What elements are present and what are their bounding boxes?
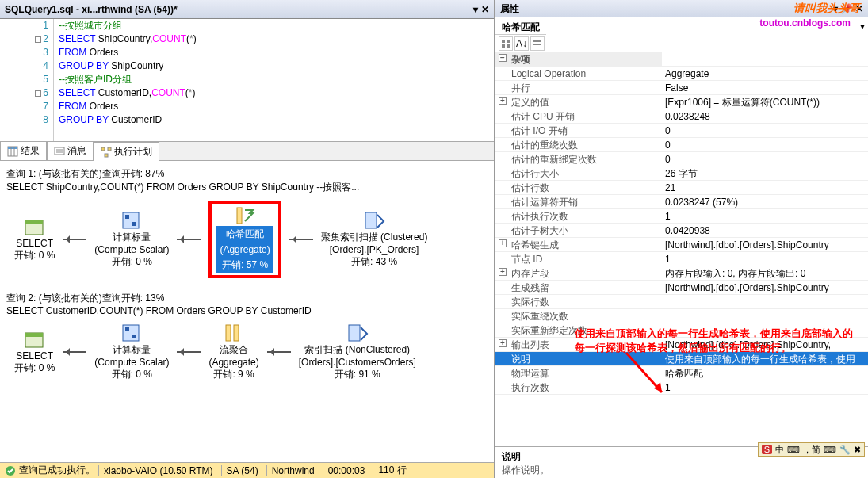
svg-rect-28 bbox=[502, 44, 505, 48]
watermark: 请叫我头头哥 bbox=[793, 2, 860, 16]
properties-panel: 属性 ▾ 📌 ✕ 请叫我头头哥 哈希匹配 toutou.cnblogs.com … bbox=[495, 0, 868, 478]
svg-rect-11 bbox=[25, 220, 43, 224]
prop-row[interactable]: 实际行数 bbox=[495, 295, 868, 309]
prop-row[interactable]: 生成残留[Northwind].[dbo].[Orders].ShipCount… bbox=[495, 281, 868, 295]
properties-toolbar: A↓ bbox=[495, 35, 868, 52]
sql-editor[interactable]: 12345678 --按照城市分组SELECT ShipCountry,COUN… bbox=[0, 19, 494, 142]
op-scalar-1[interactable]: 计算标量 (Compute Scalar) 开销: 0 % bbox=[94, 210, 169, 269]
editor-tab[interactable]: SQLQuery1.sql - xi...rthwind (SA (54))* … bbox=[0, 0, 494, 19]
selected-object: 哈希匹配 bbox=[495, 17, 546, 35]
svg-rect-9 bbox=[105, 154, 108, 157]
svg-rect-20 bbox=[125, 327, 129, 331]
svg-rect-16 bbox=[365, 212, 377, 228]
svg-rect-21 bbox=[132, 335, 136, 338]
categorize-button[interactable] bbox=[499, 36, 513, 51]
arrow-icon bbox=[63, 351, 86, 353]
query1-sql: SELECT ShipCountry,COUNT(*) FROM Orders … bbox=[6, 181, 488, 194]
arrow-icon bbox=[177, 351, 201, 353]
execution-plan[interactable]: 查询 1: (与该批有关的)查询开销: 87% SELECT ShipCount… bbox=[0, 161, 494, 462]
op-hash-match[interactable]: 哈希匹配 (Aggregate) 开销: 57 % bbox=[208, 201, 281, 278]
prop-row[interactable]: 估计 I/O 开销0 bbox=[495, 124, 868, 138]
expand-icon[interactable]: + bbox=[499, 239, 507, 247]
op-select-2[interactable]: SELECT 开销: 0 % bbox=[14, 330, 55, 375]
prop-category[interactable]: −杂项 bbox=[495, 52, 868, 67]
svg-rect-18 bbox=[25, 333, 43, 337]
svg-rect-4 bbox=[55, 147, 64, 155]
prop-row[interactable]: 估计执行次数1 bbox=[495, 209, 868, 224]
svg-rect-23 bbox=[234, 325, 239, 341]
op-index-scan[interactable]: 索引扫描 (NonClustered) [Orders].[CustomersO… bbox=[299, 323, 416, 381]
svg-rect-27 bbox=[507, 40, 510, 43]
dropdown-icon[interactable]: ▾ bbox=[857, 21, 868, 32]
query2-sql: SELECT CustomerID,COUNT(*) FROM Orders G… bbox=[6, 305, 488, 316]
prop-row[interactable]: 节点 ID1 bbox=[495, 252, 868, 266]
prop-row[interactable]: 估计 CPU 开销0.0238248 bbox=[495, 109, 868, 124]
prop-row[interactable]: 估计运算符开销0.0238247 (57%) bbox=[495, 195, 868, 209]
svg-rect-22 bbox=[226, 325, 231, 341]
prop-row[interactable]: +哈希键生成[Northwind].[dbo].[Orders].ShipCou… bbox=[495, 238, 868, 252]
prop-row[interactable]: 实际重新绑定次数 bbox=[495, 323, 868, 338]
prop-row[interactable]: 估计子树大小0.0420938 bbox=[495, 224, 868, 238]
status-rows: 110 行 bbox=[373, 464, 411, 477]
prop-row[interactable]: 执行次数1 bbox=[495, 380, 868, 395]
prop-row[interactable]: 估计行数21 bbox=[495, 181, 868, 195]
sort-button[interactable]: A↓ bbox=[514, 36, 529, 51]
watermark-url: toutou.cnblogs.com bbox=[546, 17, 857, 35]
tab-plan[interactable]: 执行计划 bbox=[94, 142, 159, 162]
prop-row[interactable]: +输出列表[Northwind].[dbo].[Orders].ShipCoun… bbox=[495, 338, 868, 352]
expand-icon[interactable]: + bbox=[499, 339, 507, 347]
ime-toolbar[interactable]: S 中⌨，简⌨🔧✖ bbox=[758, 442, 865, 457]
status-bar: 查询已成功执行。 xiaobo-VAIO (10.50 RTM) SA (54)… bbox=[0, 462, 494, 478]
tab-title-text: SQLQuery1.sql - xi...rthwind (SA (54))* bbox=[5, 4, 178, 15]
tab-results[interactable]: 结果 bbox=[0, 141, 47, 161]
svg-rect-1 bbox=[8, 147, 17, 149]
close-icon[interactable]: ✕ bbox=[481, 4, 489, 15]
query1-header: 查询 1: (与该批有关的)查询开销: 87% bbox=[6, 167, 488, 181]
annotation-arrow-icon bbox=[622, 349, 670, 404]
arrow-icon bbox=[267, 351, 291, 353]
prop-row[interactable]: 物理运算哈希匹配 bbox=[495, 366, 868, 380]
arrow-icon bbox=[289, 239, 313, 240]
plan2-row: SELECT 开销: 0 % 计算标量 (Compute Scalar) 开销:… bbox=[6, 323, 488, 381]
svg-rect-7 bbox=[101, 147, 105, 151]
prop-row[interactable]: 估计的重绕次数0 bbox=[495, 138, 868, 152]
status-server: xiaobo-VAIO (10.50 RTM) bbox=[98, 465, 218, 476]
op-cluster-scan[interactable]: 聚集索引扫描 (Clustered) [Orders].[PK_Orders] … bbox=[321, 210, 428, 269]
expand-icon[interactable]: + bbox=[499, 268, 507, 276]
op-scalar-2[interactable]: 计算标量 (Compute Scalar) 开销: 0 % bbox=[94, 323, 169, 381]
op-select-1[interactable]: SELECT 开销: 0 % bbox=[14, 217, 55, 262]
svg-rect-24 bbox=[349, 325, 360, 341]
query2-header: 查询 2: (与该批有关的)查询开销: 13% bbox=[6, 292, 488, 305]
prop-row[interactable]: 说明使用来自顶部输入的每一行生成哈希表，使用 bbox=[495, 352, 868, 366]
prop-row[interactable]: 并行False bbox=[495, 81, 868, 95]
dropdown-icon[interactable]: ▾ bbox=[473, 4, 478, 15]
prop-row[interactable]: Logical OperationAggregate bbox=[495, 67, 868, 81]
plan1-row: SELECT 开销: 0 % 计算标量 (Compute Scalar) 开销:… bbox=[6, 201, 488, 278]
op-stream-agg[interactable]: 流聚合 (Aggregate) 开销: 9 % bbox=[208, 323, 258, 381]
svg-rect-26 bbox=[502, 40, 505, 43]
prop-row[interactable]: +定义的值[Expr1006] = 标量运算符(COUNT(*)) bbox=[495, 95, 868, 109]
code-area[interactable]: --按照城市分组SELECT ShipCountry,COUNT(*)FROM … bbox=[54, 19, 197, 141]
svg-rect-29 bbox=[507, 44, 510, 48]
props-btn[interactable] bbox=[530, 36, 545, 51]
left-panel: SQLQuery1.sql - xi...rthwind (SA (54))* … bbox=[0, 0, 495, 478]
status-login: SA (54) bbox=[221, 465, 263, 476]
svg-rect-14 bbox=[132, 222, 136, 226]
prop-row[interactable]: 估计的重新绑定次数0 bbox=[495, 152, 868, 166]
prop-row[interactable]: +内存片段内存片段输入: 0, 内存片段输出: 0 bbox=[495, 266, 868, 281]
ime-logo-icon: S bbox=[762, 445, 772, 454]
prop-row[interactable]: 估计行大小26 字节 bbox=[495, 166, 868, 181]
svg-rect-8 bbox=[108, 147, 111, 151]
desc-text: 操作说明。 bbox=[502, 464, 862, 477]
svg-rect-31 bbox=[533, 44, 541, 45]
prop-row[interactable]: 实际重绕次数 bbox=[495, 309, 868, 323]
properties-header: 属性 ▾ 📌 ✕ 请叫我头头哥 bbox=[495, 0, 868, 17]
success-icon bbox=[5, 465, 16, 476]
result-tabs: 结果 消息 执行计划 bbox=[0, 142, 494, 161]
svg-rect-30 bbox=[533, 40, 541, 42]
tab-messages[interactable]: 消息 bbox=[47, 141, 94, 161]
property-grid[interactable]: −杂项 Logical OperationAggregate并行False+定义… bbox=[495, 52, 868, 446]
arrow-icon bbox=[177, 239, 201, 240]
expand-icon[interactable]: + bbox=[499, 97, 507, 105]
collapse-icon[interactable]: − bbox=[499, 54, 507, 62]
